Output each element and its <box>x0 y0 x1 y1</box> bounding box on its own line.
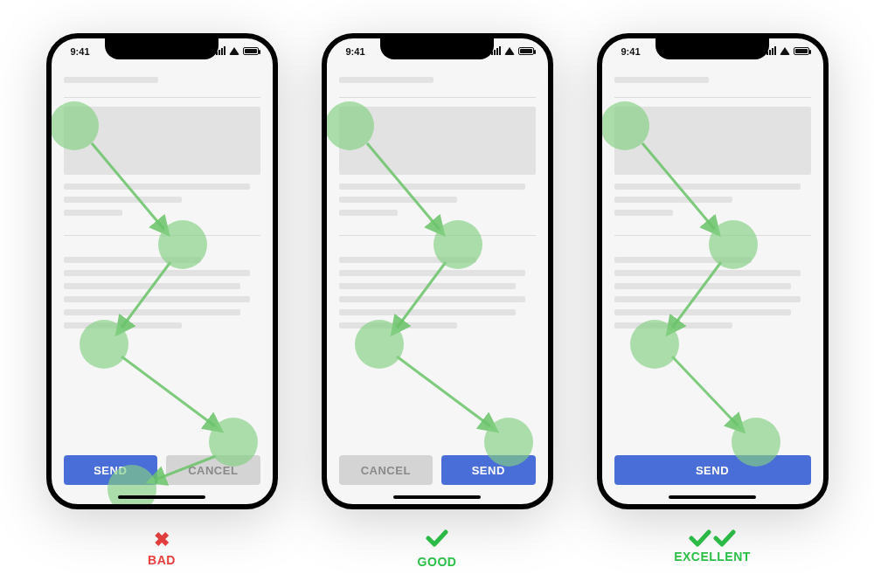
check-icons <box>689 529 736 548</box>
cancel-button[interactable]: CANCEL <box>339 455 434 485</box>
cancel-button[interactable]: CANCEL <box>166 455 260 485</box>
check-icon <box>713 529 736 548</box>
check-icon <box>426 529 448 553</box>
placeholder-line <box>339 296 526 302</box>
placeholder-title <box>64 77 158 83</box>
placeholder-line <box>64 210 123 216</box>
status-time: 9:41 <box>621 46 641 57</box>
check-icon <box>689 529 711 548</box>
placeholder-line <box>614 296 801 302</box>
verdict-label: EXCELLENT <box>674 550 751 564</box>
button-row: SEND <box>614 455 811 485</box>
placeholder-image <box>339 107 536 175</box>
placeholder-line <box>64 270 251 276</box>
phone-frame: 9:41 <box>322 33 553 509</box>
placeholder-line <box>614 309 792 315</box>
home-indicator <box>118 495 205 499</box>
phone-notch <box>105 38 218 59</box>
placeholder-line <box>339 197 457 203</box>
phone-frame: 9:41 <box>46 33 278 509</box>
cross-icon: ✖ <box>154 529 170 551</box>
send-button[interactable]: SEND <box>64 455 158 485</box>
status-time: 9:41 <box>346 46 365 57</box>
placeholder-title <box>339 77 434 83</box>
placeholder-line <box>64 197 182 203</box>
wifi-icon <box>229 47 239 55</box>
phone-notch <box>380 38 494 59</box>
placeholder-line <box>64 183 251 190</box>
button-row: SEND CANCEL <box>64 455 260 485</box>
placeholder-line <box>614 283 792 289</box>
placeholder-line <box>614 197 732 203</box>
screen-content <box>52 38 273 504</box>
placeholder-line <box>339 257 477 263</box>
divider <box>614 97 811 98</box>
diagram-canvas: 9:41 <box>0 0 874 588</box>
placeholder-line <box>64 283 241 289</box>
placeholder-line <box>339 322 457 329</box>
wifi-icon <box>780 47 790 55</box>
battery-icon <box>243 47 259 55</box>
variant-excellent: 9:41 <box>597 33 829 588</box>
divider <box>339 235 536 236</box>
screen-content <box>327 38 548 504</box>
status-icons <box>216 46 259 55</box>
placeholder-line <box>614 270 801 276</box>
placeholder-line <box>339 283 517 289</box>
placeholder-line <box>64 296 251 302</box>
send-button[interactable]: SEND <box>441 455 536 485</box>
home-indicator <box>393 495 481 499</box>
variant-bad: 9:41 <box>46 33 278 588</box>
placeholder-line <box>614 257 753 263</box>
phone-notch <box>656 38 769 59</box>
status-icons <box>491 46 534 55</box>
placeholder-image <box>614 107 811 175</box>
placeholder-title <box>614 77 709 83</box>
status-icons <box>766 46 809 55</box>
placeholder-line <box>64 309 241 315</box>
divider <box>64 97 260 98</box>
placeholder-line <box>64 257 202 263</box>
phone-frame: 9:41 <box>597 33 829 509</box>
screen-content <box>602 38 823 504</box>
divider <box>64 235 260 236</box>
placeholder-image <box>64 107 260 175</box>
verdict: GOOD <box>418 529 457 569</box>
placeholder-line <box>339 183 526 190</box>
send-button[interactable]: SEND <box>614 455 811 485</box>
battery-icon <box>518 47 534 55</box>
placeholder-line <box>339 309 517 315</box>
divider <box>614 235 811 236</box>
placeholder-line <box>614 322 732 329</box>
placeholder-line <box>339 210 399 216</box>
verdict: ✖ BAD <box>148 529 176 567</box>
verdict-label: BAD <box>148 553 176 567</box>
divider <box>339 97 536 98</box>
battery-icon <box>794 47 809 55</box>
home-indicator <box>669 495 756 499</box>
placeholder-line <box>64 322 182 329</box>
placeholder-line <box>614 210 674 216</box>
wifi-icon <box>504 47 515 55</box>
placeholder-line <box>339 270 526 276</box>
status-time: 9:41 <box>71 46 90 57</box>
verdict-label: GOOD <box>418 555 457 569</box>
placeholder-line <box>614 183 801 190</box>
variant-good: 9:41 <box>322 33 553 588</box>
verdict: EXCELLENT <box>674 529 751 564</box>
button-row: CANCEL SEND <box>339 455 536 485</box>
